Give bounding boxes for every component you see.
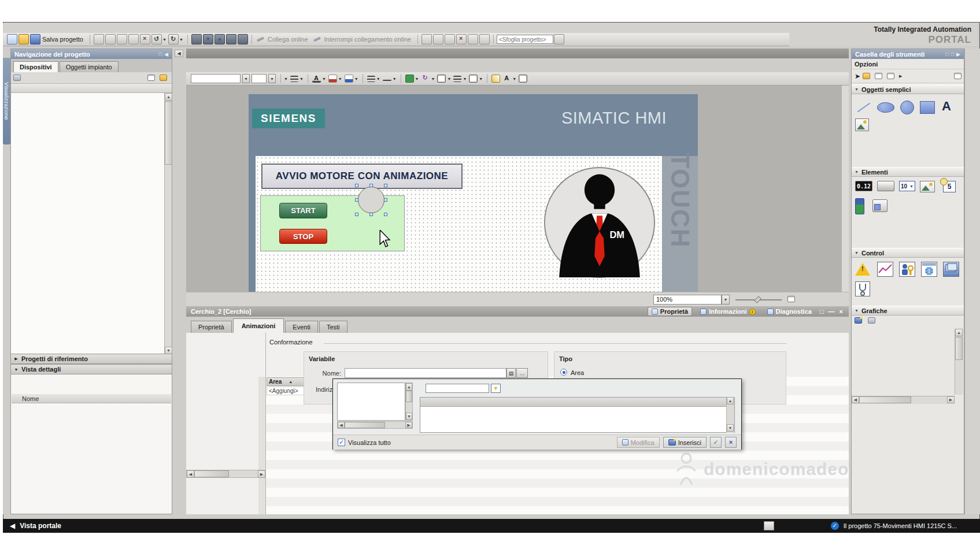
go-offline-icon[interactable] <box>312 34 323 44</box>
table-view-icon[interactable] <box>147 75 155 81</box>
compile-icon[interactable] <box>191 34 202 44</box>
section-elementi[interactable]: Elementi <box>852 167 964 177</box>
expander-open-icon[interactable] <box>13 368 19 372</box>
area-radio[interactable] <box>560 369 567 376</box>
font-family-combo[interactable] <box>191 74 241 83</box>
graphics-hscrollbar[interactable] <box>852 396 955 404</box>
sort-icon[interactable] <box>160 75 167 81</box>
tag-text-dropdown-icon[interactable] <box>512 77 516 81</box>
scroll-thumb[interactable] <box>194 470 229 477</box>
more-tools-icon[interactable] <box>899 74 902 79</box>
object-color-icon[interactable] <box>405 75 414 83</box>
plc-tree-scrollbar[interactable] <box>405 383 413 421</box>
fit-to-screen-icon[interactable] <box>787 296 795 302</box>
cut-icon[interactable] <box>105 34 116 44</box>
open-project-icon[interactable] <box>19 34 29 44</box>
undo-icon[interactable] <box>151 34 162 44</box>
filter-funnel-icon[interactable] <box>491 384 501 393</box>
confirm-button[interactable]: ✓ <box>710 437 722 448</box>
align-objects-icon[interactable] <box>453 76 461 82</box>
modifica-button[interactable]: Modifica <box>617 437 660 448</box>
section-vista-dettagli[interactable]: Vista dettagli <box>10 364 172 374</box>
zoom-dropdown-icon[interactable] <box>722 295 730 305</box>
redo-icon[interactable] <box>168 34 179 44</box>
go-online-icon[interactable] <box>256 34 266 44</box>
scroll-left-icon[interactable] <box>338 422 345 428</box>
print-icon[interactable] <box>94 34 104 44</box>
nome-input[interactable] <box>345 368 506 378</box>
details-column-nome[interactable]: Nome <box>12 394 171 403</box>
delete-icon[interactable] <box>140 34 150 44</box>
selection-handle[interactable] <box>355 198 358 202</box>
start-simulation-icon[interactable] <box>226 34 236 44</box>
text-tool-icon[interactable]: A <box>942 99 951 114</box>
project-tree-scrollbar[interactable] <box>164 93 172 354</box>
portal-view-button[interactable]: Vista portale <box>10 522 85 530</box>
project-search-input[interactable] <box>497 35 553 44</box>
float-inspector-icon[interactable] <box>820 308 824 315</box>
recipe-view-tool-icon[interactable] <box>943 262 959 277</box>
background-color-dropdown-icon[interactable] <box>338 77 342 81</box>
font-color-dropdown-icon[interactable] <box>322 77 326 81</box>
expander-closed-icon[interactable] <box>13 357 19 361</box>
inspector-tab-proprieta[interactable]: Proprietà <box>648 307 692 316</box>
bar-tool-icon[interactable] <box>855 198 864 214</box>
inspector-tab-diagnostica[interactable]: Diagnostica <box>764 307 815 316</box>
collapse-inspector-icon[interactable] <box>829 308 835 315</box>
subtab-eventi[interactable]: Eventi <box>285 321 318 333</box>
line-style-icon[interactable] <box>367 76 375 82</box>
stamp-tool-icon[interactable] <box>863 73 870 79</box>
new-project-icon[interactable] <box>7 34 17 44</box>
tab-oggetti-impianto[interactable]: Oggetti impianto <box>60 61 119 72</box>
user-view-tool-icon[interactable] <box>899 262 915 277</box>
zoom-select-icon[interactable] <box>519 75 527 83</box>
distribute-icon[interactable] <box>469 75 478 83</box>
collapse-section-icon[interactable] <box>855 309 859 313</box>
graphic-view-tool-icon[interactable] <box>855 118 869 131</box>
close-inspector-icon[interactable] <box>840 308 843 315</box>
collapse-left-panel-icon[interactable] <box>175 50 183 57</box>
stop-cpu-icon[interactable] <box>445 34 455 44</box>
large-icons-toggle-icon[interactable] <box>954 73 961 79</box>
browse-button[interactable]: ... <box>516 368 528 378</box>
animation-nav-scrollbar[interactable] <box>186 470 266 478</box>
line-style-dropdown-icon[interactable] <box>376 77 380 81</box>
area-column-header[interactable]: Area <box>267 377 307 386</box>
scroll-right-icon[interactable] <box>258 470 265 478</box>
split-horizontal-icon[interactable] <box>468 34 478 44</box>
canvas-vertical-scrollbar[interactable] <box>841 86 849 292</box>
cross-references-icon[interactable] <box>456 34 467 44</box>
collapse-section-icon[interactable] <box>855 87 859 91</box>
selection-handle[interactable] <box>355 184 358 187</box>
collapse-panel-icon[interactable] <box>164 51 168 57</box>
switch-tool-icon[interactable] <box>872 199 887 212</box>
scroll-up-icon[interactable] <box>406 383 412 391</box>
visualizzazione-edge-tab[interactable]: Visualizzazione <box>3 58 10 144</box>
subtab-testi[interactable]: Testi <box>319 321 347 333</box>
paste-icon[interactable] <box>128 34 139 44</box>
line-tool-icon[interactable] <box>857 103 870 113</box>
align-objects-dropdown-icon[interactable] <box>463 77 467 81</box>
line-weight-icon[interactable] <box>383 80 391 81</box>
screen-editor-canvas[interactable]: TOUCH SIEMENS SIMATIC HMI AVVIO MOTORE C… <box>186 86 841 292</box>
scroll-thumb[interactable] <box>859 396 911 403</box>
trend-view-tool-icon[interactable] <box>877 262 893 277</box>
scroll-right-icon[interactable] <box>405 422 412 428</box>
selection-handle[interactable] <box>369 184 373 187</box>
search-project-icon[interactable] <box>554 34 564 44</box>
font-size-combo[interactable] <box>252 74 267 83</box>
font-family-dropdown-icon[interactable] <box>242 74 250 83</box>
graphics-scrollbar[interactable] <box>955 329 963 395</box>
selection-handle[interactable] <box>384 198 387 202</box>
dock-panel-icon[interactable] <box>951 51 954 57</box>
tag-table-icon[interactable]: ▤ <box>506 368 516 378</box>
scroll-down-icon[interactable] <box>406 413 412 420</box>
scroll-thumb[interactable] <box>406 391 412 402</box>
scroll-up-icon[interactable] <box>955 329 963 336</box>
format-painter-icon[interactable] <box>491 75 500 83</box>
object-color-dropdown-icon[interactable] <box>415 77 419 81</box>
start-button-object[interactable]: START <box>279 203 327 218</box>
remove-link-icon[interactable] <box>868 317 875 324</box>
runtime-icon[interactable] <box>238 34 248 44</box>
datetime-field-tool-icon[interactable]: 5 <box>943 181 956 192</box>
